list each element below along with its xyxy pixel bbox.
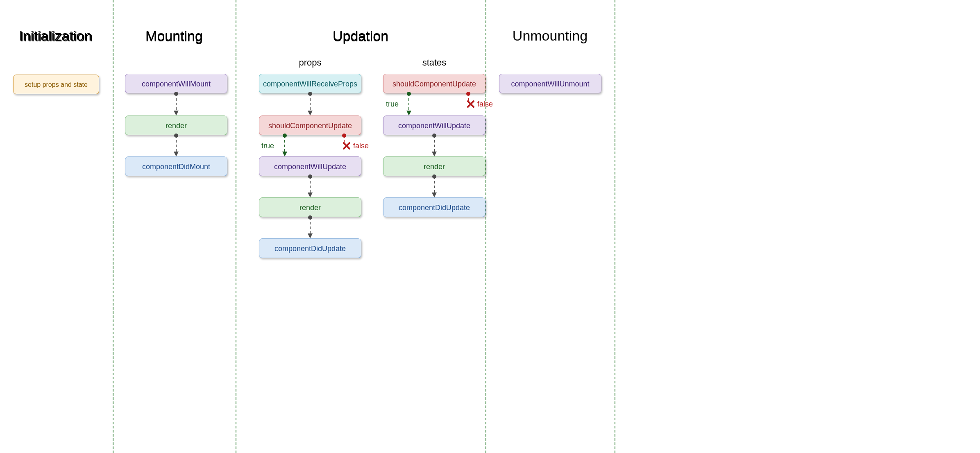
svg-marker-7 bbox=[282, 152, 287, 156]
node-component-did-update-states: componentDidUpdate bbox=[383, 197, 485, 217]
svg-marker-19 bbox=[432, 193, 437, 197]
svg-marker-17 bbox=[432, 152, 437, 156]
svg-marker-12 bbox=[308, 233, 313, 238]
label-true-props: true bbox=[261, 142, 274, 150]
node-render-states: render bbox=[383, 156, 485, 176]
subheading-props: props bbox=[259, 57, 361, 68]
phase-title-updation: Updation bbox=[236, 28, 485, 44]
node-should-component-update-states: shouldComponentUpdate bbox=[383, 74, 485, 93]
node-component-will-update-props: componentWillUpdate bbox=[259, 156, 361, 176]
label-false-states: false bbox=[477, 100, 493, 109]
node-component-will-unmount: componentWillUnmount bbox=[499, 74, 601, 93]
node-component-did-mount: componentDidMount bbox=[125, 156, 227, 176]
svg-marker-3 bbox=[174, 152, 179, 156]
phase-title-initialization: Initialization bbox=[0, 28, 111, 44]
node-component-did-update-props: componentDidUpdate bbox=[259, 238, 361, 258]
node-component-will-mount: componentWillMount bbox=[125, 74, 227, 93]
subheading-states: states bbox=[383, 57, 485, 68]
node-mount-render: render bbox=[125, 116, 227, 135]
svg-marker-5 bbox=[308, 111, 313, 116]
node-component-will-update-states: componentWillUpdate bbox=[383, 116, 485, 135]
node-should-component-update-props: shouldComponentUpdate bbox=[259, 116, 361, 135]
phase-title-unmounting: Unmounting bbox=[485, 28, 615, 44]
svg-marker-14 bbox=[406, 111, 411, 116]
connector-overlay bbox=[0, 0, 980, 453]
phase-title-mounting: Mounting bbox=[113, 28, 236, 44]
stop-icon bbox=[466, 99, 476, 109]
svg-marker-10 bbox=[308, 193, 313, 197]
label-true-states: true bbox=[386, 100, 399, 109]
node-component-will-receive-props: componentWillReceiveProps bbox=[259, 74, 361, 93]
node-setup-props-state: setup props and state bbox=[13, 75, 99, 94]
node-render-props: render bbox=[259, 197, 361, 217]
label-false-props: false bbox=[353, 142, 369, 150]
svg-marker-1 bbox=[174, 111, 179, 116]
stop-icon bbox=[342, 141, 352, 151]
